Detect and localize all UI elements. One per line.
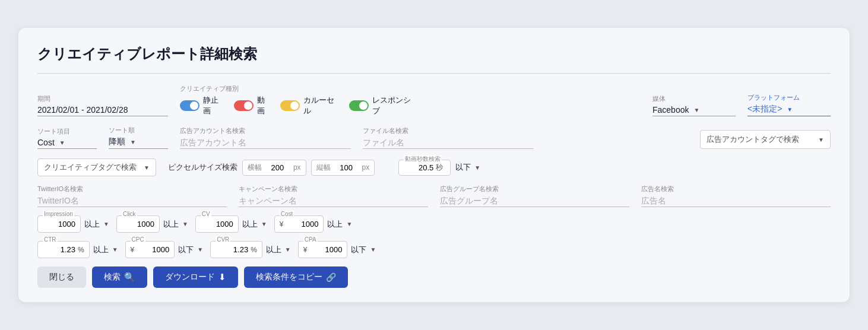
ad-search-label: 広告名検索 (641, 185, 831, 193)
creative-type-group: クリエイティブ種別 静止画 動画 (180, 84, 417, 116)
button-row: 閉じる 検索 🔍 ダウンロード ⬇ 検索条件をコピー 🔗 (37, 266, 831, 288)
click-condition: 以上 (163, 219, 179, 230)
ctr-input[interactable] (43, 245, 75, 254)
cpa-condition: 以下 (351, 245, 366, 255)
sort-order-label: ソート順 (109, 126, 168, 135)
cv-group: CV 以上 ▼ (195, 215, 267, 233)
close-button[interactable]: 閉じる (37, 266, 86, 288)
toggle-still-switch[interactable] (180, 100, 199, 111)
duration-input-box: 動画秒数検索 秒 (398, 160, 451, 176)
click-label: Click (122, 211, 137, 217)
search-button-label: 検索 (104, 272, 121, 283)
toggle-responsive[interactable]: レスポンシブ (349, 95, 417, 116)
sort-order-group: ソート順 降順 ▼ (109, 126, 168, 149)
pixel-height-input[interactable] (333, 163, 360, 172)
cpc-label: CPC (131, 236, 145, 243)
creative-type-toggles: 静止画 動画 カルーセル (180, 95, 417, 116)
cpc-condition-dropdown[interactable]: 以下 ▼ (178, 245, 203, 255)
duration-condition-dropdown[interactable]: 以下 ▼ (455, 162, 480, 173)
cv-condition-dropdown[interactable]: 以上 ▼ (242, 219, 267, 230)
file-search-group: ファイル名検索 (363, 126, 534, 149)
toggle-carousel-knob (290, 101, 299, 110)
cpc-input[interactable] (137, 245, 169, 254)
click-condition-dropdown[interactable]: 以上 ▼ (163, 219, 188, 230)
sort-item-chevron-icon: ▼ (59, 139, 65, 146)
pixel-height-label: 縦幅 (316, 163, 331, 173)
copy-button-label: 検索条件をコピー (256, 272, 322, 283)
ctr-box: CTR % (37, 241, 90, 258)
cpa-condition-dropdown[interactable]: 以下 ▼ (351, 245, 376, 255)
impression-input[interactable] (43, 220, 75, 229)
click-input[interactable] (122, 220, 154, 229)
ad-search-group: 広告名検索 (641, 185, 831, 207)
campaign-search-input[interactable] (239, 195, 428, 207)
cvr-condition-chevron-icon: ▼ (285, 246, 291, 253)
toggle-still[interactable]: 静止画 (180, 95, 226, 116)
cost-box: Cost ¥ (274, 215, 324, 233)
row-metrics-1: Impression 以上 ▼ Click 以上 ▼ CV (37, 215, 831, 233)
search-button[interactable]: 検索 🔍 (92, 266, 147, 288)
cpa-group: CPA ¥ 以下 ▼ (298, 241, 376, 258)
pixel-width-label: 横幅 (248, 163, 262, 173)
impression-group: Impression 以上 ▼ (37, 215, 109, 233)
file-search-input[interactable] (363, 137, 534, 149)
cvr-label: CVR (216, 236, 230, 243)
ad-account-search-group: 広告アカウント名検索 (180, 126, 351, 149)
platform-dropdown[interactable]: <未指定> ▼ (747, 104, 831, 116)
cv-input[interactable] (201, 220, 233, 229)
copy-button[interactable]: 検索条件をコピー 🔗 (244, 266, 348, 288)
download-button[interactable]: ダウンロード ⬇ (153, 266, 238, 288)
impression-condition-dropdown[interactable]: 以上 ▼ (84, 219, 109, 230)
period-label: 期間 (37, 94, 168, 103)
toggle-responsive-switch[interactable] (349, 100, 369, 111)
cost-input[interactable] (286, 220, 318, 229)
creative-tag-box[interactable]: クリエイティブタグで検索 ▼ (37, 158, 156, 176)
sort-item-dropdown[interactable]: Cost ▼ (37, 138, 97, 149)
ctr-condition-chevron-icon: ▼ (112, 246, 118, 253)
impression-label: Impression (43, 211, 74, 217)
impression-condition: 以上 (84, 219, 100, 230)
toggle-still-knob (190, 101, 198, 110)
twitter-search-label: TwitterIO名検索 (37, 185, 227, 193)
row-sort: ソート項目 Cost ▼ ソート順 降順 ▼ 広告アカウント名検索 ファイル名検… (37, 126, 831, 149)
ctr-condition: 以上 (93, 245, 109, 255)
toggle-video[interactable]: 動画 (234, 95, 272, 116)
cv-condition-chevron-icon: ▼ (261, 221, 267, 227)
cpa-condition-chevron-icon: ▼ (370, 246, 376, 253)
account-tag-text: 広告アカウントタグで検索 (707, 134, 811, 145)
download-button-label: ダウンロード (165, 272, 215, 283)
toggle-responsive-knob (359, 101, 368, 110)
pixel-height-box: 縦幅 px (311, 160, 375, 176)
cpa-input[interactable] (309, 245, 342, 254)
ctr-condition-dropdown[interactable]: 以上 ▼ (93, 245, 118, 255)
pixel-height-unit: px (362, 163, 370, 172)
period-group: 期間 2021/02/01 - 2021/02/28 (37, 94, 168, 116)
account-tag-box[interactable]: 広告アカウントタグで検索 ▼ (700, 130, 831, 149)
sort-order-dropdown[interactable]: 降順 ▼ (109, 137, 168, 149)
sort-item-label: ソート項目 (37, 127, 97, 136)
file-search-label: ファイル名検索 (363, 126, 534, 135)
toggle-video-switch[interactable] (234, 100, 254, 111)
click-box: Click (116, 215, 160, 233)
ad-search-input[interactable] (641, 195, 831, 207)
toggle-carousel-switch[interactable] (280, 100, 300, 111)
cost-condition-chevron-icon: ▼ (346, 221, 352, 227)
media-dropdown[interactable]: Facebook ▼ (652, 105, 736, 116)
twitter-search-input[interactable] (37, 195, 227, 207)
pixel-width-input[interactable] (264, 163, 291, 172)
adgroup-search-label: 広告グループ名検索 (440, 185, 629, 193)
period-value: 2021/02/01 - 2021/02/28 (37, 105, 168, 116)
cost-condition-dropdown[interactable]: 以上 ▼ (327, 219, 352, 230)
adgroup-search-input[interactable] (440, 195, 629, 207)
media-value: Facebook (652, 105, 689, 115)
platform-group: プラットフォーム <未指定> ▼ (747, 93, 831, 116)
ad-account-search-input[interactable] (180, 137, 351, 149)
account-tag-chevron-icon: ▼ (818, 137, 824, 143)
row-tags-pixel: クリエイティブタグで検索 ▼ ピクセルサイズ検索 横幅 px 縦幅 px 動画秒… (37, 158, 831, 176)
cvr-input[interactable] (216, 245, 248, 254)
toggle-video-knob (244, 101, 252, 110)
toggle-carousel[interactable]: カルーセル (280, 95, 341, 116)
cvr-condition-dropdown[interactable]: 以上 ▼ (266, 245, 291, 255)
duration-input[interactable] (404, 163, 433, 172)
cv-condition: 以上 (242, 219, 258, 230)
